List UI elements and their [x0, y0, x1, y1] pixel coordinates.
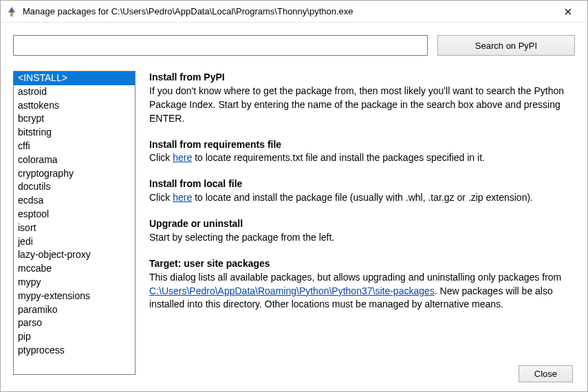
text-upgrade-uninstall: Start by selecting the package from the …: [149, 231, 575, 245]
list-item[interactable]: paramiko: [14, 303, 135, 317]
section-install-requirements: Install from requirements file Click her…: [149, 138, 575, 166]
list-item[interactable]: mccabe: [14, 262, 135, 276]
req-pre: Click: [149, 152, 173, 163]
list-item[interactable]: esptool: [14, 208, 135, 221]
heading-target: Target: user site packages: [149, 257, 575, 271]
heading-install-local: Install from local file: [149, 177, 575, 191]
list-item[interactable]: bcrypt: [14, 112, 135, 126]
link-locate-requirements[interactable]: here: [173, 152, 192, 163]
list-item[interactable]: cffi: [14, 140, 135, 153]
list-item[interactable]: bitstring: [14, 126, 135, 140]
close-button[interactable]: Close: [519, 365, 573, 382]
section-install-local: Install from local file Click here to lo…: [149, 177, 575, 205]
search-row: Search on PyPI: [13, 35, 575, 56]
list-item[interactable]: ecdsa: [14, 194, 135, 208]
section-upgrade-uninstall: Upgrade or uninstall Start by selecting …: [149, 217, 575, 245]
req-post: to locate requirements.txt file and inst…: [192, 152, 485, 163]
list-item[interactable]: lazy-object-proxy: [14, 248, 135, 262]
list-item[interactable]: docutils: [14, 180, 135, 194]
list-item[interactable]: jedi: [14, 235, 135, 249]
list-item[interactable]: astroid: [14, 85, 135, 99]
main-row: <INSTALL>astroidasttokensbcryptbitstring…: [13, 71, 575, 375]
local-pre: Click: [149, 192, 173, 203]
list-item[interactable]: mypy-extensions: [14, 290, 135, 303]
list-item[interactable]: isort: [14, 221, 135, 235]
search-button[interactable]: Search on PyPI: [437, 35, 575, 56]
list-item[interactable]: cryptography: [14, 167, 135, 181]
footer: Close: [519, 365, 573, 382]
text-install-pypi: If you don't know where to get the packa…: [149, 85, 575, 126]
list-item[interactable]: mypy: [14, 276, 135, 290]
details-panel: Install from PyPI If you don't know wher…: [149, 71, 575, 324]
heading-install-requirements: Install from requirements file: [149, 138, 575, 152]
titlebar: Manage packages for C:\Users\Pedro\AppDa…: [1, 1, 587, 23]
window-title: Manage packages for C:\Users\Pedro\AppDa…: [23, 6, 554, 17]
text-target: This dialog lists all available packages…: [149, 271, 575, 312]
text-install-requirements: Click here to locate requirements.txt fi…: [149, 151, 575, 165]
local-post: to locate and install the package file (…: [192, 192, 533, 203]
list-item[interactable]: ptyprocess: [14, 344, 135, 358]
section-target: Target: user site packages This dialog l…: [149, 257, 575, 312]
list-item[interactable]: parso: [14, 316, 135, 330]
section-install-pypi: Install from PyPI If you don't know wher…: [149, 71, 575, 126]
content-area: Search on PyPI <INSTALL>astroidasttokens…: [1, 23, 587, 382]
target-pre: This dialog lists all available packages…: [149, 272, 561, 283]
list-item[interactable]: <INSTALL>: [14, 72, 135, 85]
link-locate-local[interactable]: here: [173, 192, 192, 203]
svg-rect-0: [10, 12, 13, 17]
list-item[interactable]: colorama: [14, 153, 135, 167]
thonny-icon: [6, 6, 17, 17]
search-input[interactable]: [13, 35, 428, 56]
window-close-button[interactable]: [554, 2, 582, 21]
list-item[interactable]: asttokens: [14, 99, 135, 113]
package-list[interactable]: <INSTALL>astroidasttokensbcryptbitstring…: [13, 71, 135, 375]
heading-install-pypi: Install from PyPI: [149, 71, 575, 85]
list-item[interactable]: pip: [14, 330, 135, 344]
link-site-packages[interactable]: C:\Users\Pedro\AppData\Roaming\Python\Py…: [149, 285, 435, 296]
text-install-local: Click here to locate and install the pac…: [149, 191, 575, 205]
heading-upgrade-uninstall: Upgrade or uninstall: [149, 217, 575, 231]
